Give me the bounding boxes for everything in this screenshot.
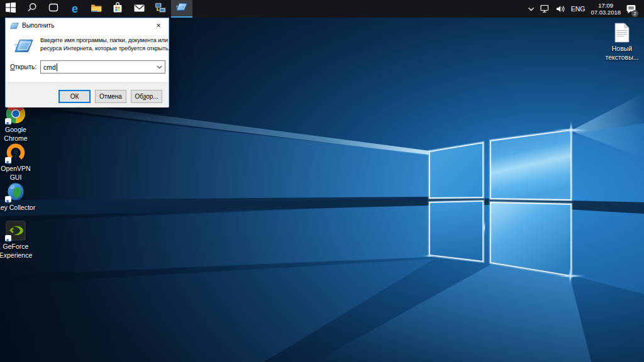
- run-dialog-taskbar-button[interactable]: [171, 0, 192, 18]
- task-view-icon: [48, 3, 58, 14]
- system-tray: ENG 17:09 07.03.2018 2: [528, 0, 644, 18]
- clock[interactable]: 17:09 07.03.2018: [591, 0, 621, 18]
- mail-icon: [134, 3, 145, 14]
- network-computers-icon: [155, 3, 166, 16]
- clock-date: 07.03.2018: [591, 9, 621, 16]
- combobox-dropdown-button[interactable]: [153, 61, 165, 73]
- open-combobox[interactable]: cmd: [40, 60, 165, 74]
- close-button[interactable]: ×: [148, 18, 169, 33]
- notification-badge: 2: [631, 10, 638, 17]
- run-window-icon: [176, 1, 187, 15]
- search-button[interactable]: [21, 0, 43, 18]
- run-dialog-titlebar[interactable]: Выполнить ×: [6, 18, 169, 33]
- file-explorer-icon: [91, 3, 102, 15]
- run-dialog: Выполнить × Введите имя программы, папки…: [5, 18, 169, 107]
- store-icon: [113, 2, 123, 16]
- store-button[interactable]: [107, 0, 128, 18]
- start-button[interactable]: [0, 0, 21, 18]
- taskbar: e: [0, 0, 644, 18]
- run-dialog-footer: ОК Отмена Обзор...: [6, 82, 169, 107]
- action-center-button[interactable]: 2: [626, 0, 636, 18]
- run-dialog-body: Введите имя программы, папки, документа …: [6, 33, 169, 82]
- network-tray-button[interactable]: [540, 0, 550, 18]
- desktop-screen: e: [0, 0, 644, 362]
- icon-label: Новый: [612, 45, 632, 52]
- language-indicator[interactable]: ENG: [571, 0, 586, 18]
- open-field-label: Открыть:: [10, 63, 36, 70]
- show-hidden-icons-button[interactable]: [528, 0, 535, 18]
- edge-button[interactable]: e: [64, 0, 86, 18]
- text-document-icon: [614, 23, 630, 43]
- desktop-icon-geforce-experience[interactable]: GeForce Experience: [0, 220, 36, 259]
- ok-button[interactable]: ОК: [58, 90, 91, 103]
- desktop-icon-google-chrome[interactable]: Google Chrome: [0, 103, 36, 142]
- search-icon: [27, 3, 37, 15]
- desktop-icon-key-collector[interactable]: Key Collector: [0, 181, 36, 212]
- icon-label: текстовы...: [606, 53, 639, 61]
- chevron-down-icon: [157, 65, 162, 69]
- dialog-prompt-text: Введите имя программы, папки, документа …: [40, 36, 166, 52]
- browse-button[interactable]: Обзор...: [131, 90, 162, 103]
- clock-time: 17:09: [591, 2, 621, 9]
- volume-tray-button[interactable]: [556, 0, 565, 18]
- desktop-icon-openvpn-gui[interactable]: OpenVPN GUI: [0, 142, 36, 181]
- close-icon: ×: [156, 21, 161, 30]
- shortcut-arrow-icon: [5, 157, 11, 163]
- chevron-down-icon: [528, 6, 535, 12]
- desktop-icon-new-text-document[interactable]: Новый текстовы...: [602, 22, 642, 61]
- text-caret: [57, 63, 57, 71]
- windows-start-icon: [6, 3, 16, 15]
- shortcut-arrow-icon: [5, 235, 11, 241]
- run-window-icon: [13, 36, 35, 55]
- cancel-button[interactable]: Отмена: [95, 90, 126, 103]
- icon-label: Chrome: [4, 134, 27, 142]
- network-icon: [540, 4, 550, 13]
- speaker-icon: [556, 5, 565, 13]
- mail-button[interactable]: [128, 0, 150, 18]
- dialog-title: Выполнить: [22, 22, 148, 29]
- taskbar-spacer: [192, 0, 528, 18]
- network-app-button[interactable]: [150, 0, 171, 18]
- task-view-button[interactable]: [43, 0, 64, 18]
- shortcut-arrow-icon: [5, 118, 11, 124]
- icon-label: Experience: [0, 251, 32, 259]
- edge-icon: e: [72, 3, 78, 14]
- shortcut-arrow-icon: [5, 196, 11, 202]
- icon-label: GUI: [10, 173, 22, 181]
- run-window-icon: [10, 21, 19, 30]
- file-explorer-button[interactable]: [86, 0, 107, 18]
- open-combobox-value: cmd: [43, 63, 56, 71]
